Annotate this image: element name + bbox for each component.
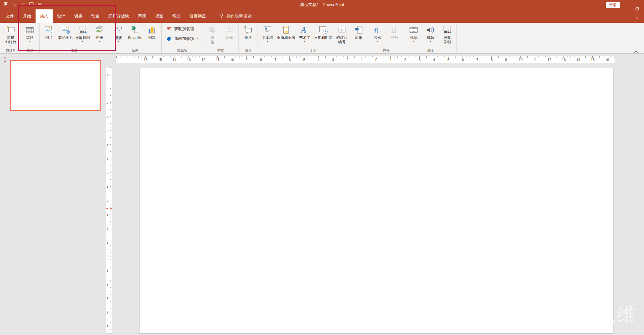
workspace: 1 16151413121110987654321012345678910111… <box>0 54 644 335</box>
tab-insert[interactable]: 插入 <box>36 9 53 23</box>
save-button[interactable] <box>3 2 9 7</box>
table-button[interactable]: 表格▾ <box>21 24 38 43</box>
tab-help[interactable]: 帮助 <box>168 9 185 23</box>
watermark-text: 思维 <box>596 302 637 328</box>
wordart-button[interactable]: A艺术字▾ <box>296 24 313 43</box>
close-icon <box>635 16 639 22</box>
equation-button[interactable]: π公式▾ <box>369 24 386 43</box>
tab-animations[interactable]: 动画 <box>87 9 104 23</box>
button-label: 图表 <box>148 36 156 40</box>
dropdown-caret-icon: ▾ <box>430 40 431 43</box>
start-presentation-button[interactable] <box>29 2 34 7</box>
h-ruler-number: 3 <box>332 58 334 62</box>
v-ruler-number: 6 <box>107 115 108 118</box>
tab-transitions[interactable]: 切换 <box>70 9 87 23</box>
slide-thumbnail[interactable] <box>10 60 101 111</box>
svg-text:#: # <box>341 28 343 32</box>
photo-album-button[interactable]: 相册▾ <box>91 24 108 43</box>
present-icon <box>29 2 34 8</box>
screenshot-button[interactable]: 屏幕截图▾ <box>74 24 91 43</box>
header-footer-icon <box>281 25 291 35</box>
video-button[interactable]: 视频▾ <box>405 24 422 43</box>
get-addins-button[interactable]: 获取加载项 <box>166 26 198 32</box>
chart-button[interactable]: 图表 <box>144 24 160 43</box>
login-button[interactable]: 登录 <box>606 2 620 8</box>
tab-view[interactable]: 视图 <box>151 9 168 23</box>
tab-home[interactable]: 开始 <box>18 9 36 23</box>
v-ruler-number: 4 <box>107 143 108 146</box>
titlebar: 演示文稿1 - PowerPoint 登录 <box>0 0 644 9</box>
picture-button[interactable]: 图片 <box>41 24 57 43</box>
h-ruler-number: 5 <box>447 58 449 62</box>
button-label: 表格 <box>26 36 34 40</box>
object-button[interactable]: 对象 <box>350 24 367 43</box>
ribbon-group-media: 视频▾音频▾屏幕录制 媒体 <box>404 23 457 53</box>
tab-review[interactable]: 审阅 <box>134 9 151 23</box>
tab-slideshow[interactable]: 幻灯片放映 <box>104 9 134 23</box>
smartart-button[interactable]: SmartArt <box>127 24 144 43</box>
h-ruler-number: 0 <box>375 58 377 62</box>
button-label: 接 <box>211 40 214 44</box>
dropdown-caret-icon: ▾ <box>413 40 414 43</box>
svg-text:π: π <box>374 25 378 34</box>
shapes-button[interactable]: 形状▾ <box>110 24 127 43</box>
textbox-button[interactable]: A文本框▾ <box>259 24 276 43</box>
h-ruler-number: 16 <box>605 58 609 62</box>
group-label-links: 链接 <box>204 48 237 53</box>
comment-icon <box>243 25 253 35</box>
header-footer-button[interactable]: 页眉和页脚 <box>276 24 296 43</box>
h-ruler-number: 1 <box>361 58 363 62</box>
link-icon <box>207 25 217 35</box>
datetime-button[interactable]: 日期和时间 <box>313 24 333 43</box>
slide-number-button[interactable]: #幻灯片编号 <box>333 24 350 47</box>
shapes-icon <box>113 25 123 35</box>
tell-me-label: 操作说明搜索 <box>227 13 252 19</box>
h-ruler-number: 12 <box>547 58 551 62</box>
group-label-illustrations: 插图 <box>110 48 160 53</box>
horizontal-ruler: 1615141312111098765432101234567891011121… <box>116 56 615 63</box>
h-ruler-number: 15 <box>591 58 595 62</box>
restore-button[interactable] <box>630 5 644 14</box>
slide-editing-canvas[interactable] <box>139 68 613 334</box>
collapse-chevron-icon <box>634 48 638 54</box>
button-label: 幻灯片 <box>336 36 347 40</box>
dropdown-caret-icon: ▾ <box>267 40 268 43</box>
redo-button <box>20 2 25 7</box>
button-label: 链 <box>211 36 214 40</box>
h-ruler-number: 4 <box>318 58 320 62</box>
h-ruler-number: 14 <box>172 58 176 62</box>
dropdown-caret-icon: ▾ <box>29 40 30 43</box>
screen-record-button[interactable]: 屏幕录制 <box>439 24 455 47</box>
v-ruler-number: 2 <box>107 227 108 230</box>
dropdown-caret-icon: ▾ <box>304 40 305 43</box>
chevron-down-icon <box>37 2 42 8</box>
new-slide-button[interactable]: 新建幻灯片▾ <box>2 24 19 47</box>
symbol-button: Ω符号 <box>386 24 403 43</box>
tab-design[interactable]: 设计 <box>53 9 70 23</box>
h-ruler-number: 16 <box>144 58 148 62</box>
collapse-ribbon-button[interactable] <box>634 48 639 52</box>
audio-button[interactable]: 音频▾ <box>422 24 439 43</box>
minimize-button[interactable] <box>630 0 644 5</box>
new-slide-icon <box>6 25 16 35</box>
close-button[interactable] <box>630 14 644 23</box>
v-ruler-number: 0 <box>107 199 108 202</box>
tell-me-search[interactable]: 操作说明搜索 <box>219 9 252 23</box>
v-ruler-number: 6 <box>107 282 108 286</box>
h-ruler-number: 7 <box>274 58 276 62</box>
link-button: 链接 <box>204 24 221 47</box>
tab-file[interactable]: 文件 <box>1 9 18 23</box>
my-addins-button[interactable]: 我的加载项▾ <box>166 36 198 42</box>
online-picture-button[interactable]: 联机图片 <box>57 24 74 43</box>
undo-icon <box>12 2 17 8</box>
button-label: 批注 <box>245 36 252 40</box>
dropdown-caret-icon: ▾ <box>10 45 11 47</box>
online-picture-icon <box>61 25 71 35</box>
h-ruler-number: 10 <box>519 58 523 62</box>
ribbon-group-links: 链接 动作 链接 <box>203 23 239 53</box>
button-label: 录制 <box>443 40 451 44</box>
h-ruler-number: 12 <box>201 58 205 62</box>
comment-button[interactable]: 批注 <box>240 24 257 43</box>
customize-qat-button[interactable] <box>37 2 42 7</box>
tab-baidu-netdisk[interactable]: 百度网盘 <box>185 9 211 23</box>
